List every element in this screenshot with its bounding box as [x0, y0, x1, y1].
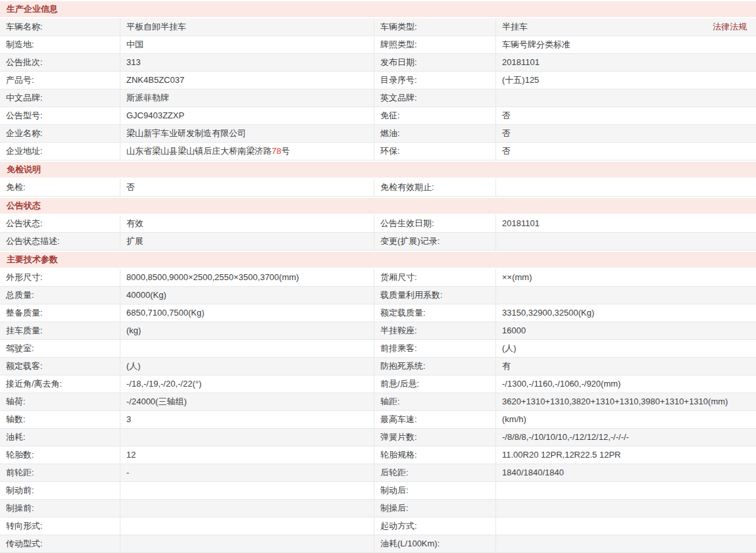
law-regulations-link[interactable]: 法律法规 — [713, 18, 747, 36]
row-value: 梁山新宇车业研发制造有限公司 — [120, 125, 374, 142]
row-value-text: 33150,32900,32500(Kg) — [502, 308, 594, 318]
row-value-text: 16000 — [502, 325, 526, 335]
row-value: 6850,7100,7500(Kg) — [120, 304, 374, 322]
row-value-text: 车辆号牌分类标准 — [502, 39, 570, 49]
row-value — [495, 287, 756, 304]
row-label: 制造地: — [0, 36, 120, 53]
row-label: 英文品牌: — [374, 89, 495, 107]
row-value-text: 否 — [502, 146, 511, 156]
table-row: 整备质量:6850,7100,7500(Kg)额定载质量:33150,32900… — [0, 304, 756, 322]
row-label: 公告状态描述: — [0, 233, 120, 250]
row-value: 平板自卸半挂车 — [120, 18, 374, 36]
row-value: ZNK4B5ZC037 — [120, 72, 374, 89]
row-value: (人) — [120, 358, 374, 375]
row-value: (人) — [495, 340, 756, 357]
row-value — [495, 233, 756, 250]
row-label: 货厢尺寸: — [374, 269, 495, 286]
row-label: 转向形式: — [0, 517, 120, 535]
row-label: 车辆类型: — [374, 18, 495, 36]
table-row: 中文品牌:斯派菲勒牌英文品牌: — [0, 89, 756, 107]
section-title: 公告状态 — [0, 197, 756, 215]
row-label: 传动型式: — [0, 535, 120, 552]
table-row: 产品号:ZNK4B5ZC037目录序号:(十五)125 — [0, 72, 756, 89]
row-value-text: -/1300,-/1160,-/1060,-/920(mm) — [502, 379, 620, 389]
row-value: 16000 — [495, 322, 756, 339]
row-value — [120, 517, 374, 535]
table-row: 挂车质量:(kg)半挂鞍座:16000 — [0, 322, 756, 340]
row-value — [495, 482, 756, 499]
row-value: 有 — [495, 358, 756, 375]
row-value-text: 半挂车 — [502, 22, 528, 32]
row-label: 公告生效日期: — [374, 215, 495, 232]
address-text: 号 — [281, 146, 290, 156]
row-value-text: 1840/1840/1840 — [502, 468, 564, 477]
row-label: 整备质量: — [0, 304, 120, 322]
row-label: 发布日期: — [374, 54, 495, 71]
table-row: 接近角/离去角:-/18,-/19,-/20,-/22(°)前悬/后悬:-/13… — [0, 375, 756, 393]
table-row: 免检:否免检有效期止: — [0, 179, 756, 197]
row-value: - — [120, 464, 374, 481]
row-label: 载质量利用系数: — [374, 287, 495, 304]
row-value: 313 — [120, 54, 374, 71]
row-label: 起动方式: — [374, 517, 495, 535]
row-value: 斯派菲勒牌 — [120, 89, 374, 107]
table-row: 转向形式:起动方式: — [0, 517, 756, 535]
table-row: 公告状态描述:扩展变更(扩展)记录: — [0, 233, 756, 251]
row-value — [120, 429, 374, 446]
table-row: 轴数:3最高车速:(km/h) — [0, 411, 756, 429]
row-value-text: 20181101 — [502, 218, 540, 228]
row-value-text: ××(mm) — [502, 272, 532, 282]
table-row: 公告批次:313发布日期:20181101 — [0, 54, 756, 72]
row-label: 总质量: — [0, 287, 120, 304]
section-title: 免检说明 — [0, 160, 756, 179]
row-label: 轮胎数: — [0, 446, 120, 464]
row-label: 公告批次: — [0, 54, 120, 71]
row-label: 制操后: — [374, 500, 495, 517]
row-value-text: 有 — [502, 361, 511, 371]
table-row: 制动前:制动后: — [0, 482, 756, 500]
row-value: -/8/8/8,-/10/10/10,-/12/12/12,-/-/-/- — [495, 429, 756, 446]
row-value-text: (人) — [502, 343, 517, 353]
table-row: 公告型号:GJC9403ZZXP免征:否 — [0, 107, 756, 125]
row-label: 驾驶室: — [0, 340, 120, 357]
row-label: 制动后: — [374, 482, 495, 499]
row-value-text: 3620+1310+1310,3820+1310+1310,3980+1310+… — [502, 397, 728, 406]
row-value-text: (十五)125 — [502, 75, 539, 85]
row-label: 挂车质量: — [0, 322, 120, 339]
row-label: 轴荷: — [0, 393, 120, 410]
row-label: 油耗: — [0, 429, 120, 446]
row-label: 环保: — [374, 143, 495, 160]
row-value — [495, 500, 756, 517]
row-value: 20181101 — [495, 215, 756, 232]
row-label: 牌照类型: — [374, 36, 495, 53]
row-value-text: 20181101 — [502, 57, 540, 67]
row-value: 33150,32900,32500(Kg) — [495, 304, 756, 322]
row-value: -/18,-/19,-/20,-/22(°) — [120, 375, 374, 393]
table-row: 驾驶室:前排乘客:(人) — [0, 340, 756, 358]
row-label: 公告型号: — [0, 107, 120, 124]
row-value: 12 — [120, 446, 374, 464]
row-label: 燃油: — [374, 125, 495, 142]
table-row: 传动型式:油耗(L/100Km): — [0, 535, 756, 553]
row-value — [495, 517, 756, 535]
row-label: 前排乘客: — [374, 340, 495, 357]
row-value: 8000,8500,9000×2500,2550×3500,3700(mm) — [120, 269, 374, 286]
row-label: 轴数: — [0, 411, 120, 428]
row-value — [120, 535, 374, 552]
row-value: 否 — [120, 179, 374, 196]
row-value-text: (km/h) — [502, 414, 526, 424]
table-row: 制操前:制操后: — [0, 500, 756, 517]
row-label: 轮胎规格: — [374, 446, 495, 464]
row-value: 否 — [495, 143, 756, 160]
row-label: 公告状态: — [0, 215, 120, 232]
table-row: 油耗:弹簧片数:-/8/8/8,-/10/10/10,-/12/12/12,-/… — [0, 429, 756, 446]
vehicle-spec-page: 生产企业信息车辆名称:平板自卸半挂车车辆类型:法律法规半挂车制造地:中国牌照类型… — [0, 0, 756, 553]
row-value: 40000(Kg) — [120, 287, 374, 304]
row-label: 油耗(L/100Km): — [374, 535, 495, 552]
row-value: 3 — [120, 411, 374, 428]
row-label: 车辆名称: — [0, 18, 120, 36]
row-value: 20181101 — [495, 54, 756, 71]
row-label: 产品号: — [0, 72, 120, 89]
row-label: 外形尺寸: — [0, 269, 120, 286]
row-value: 山东省梁山县梁山镇后庄大桥南梁济路78号 — [120, 143, 374, 160]
